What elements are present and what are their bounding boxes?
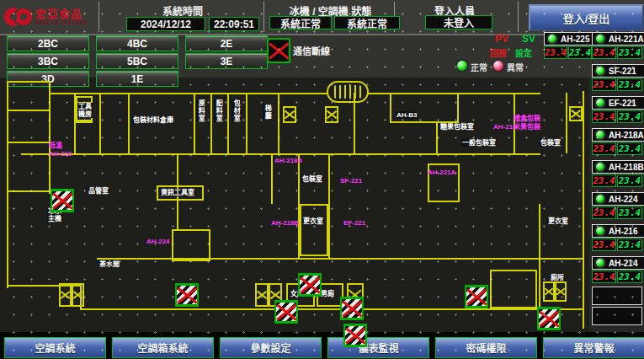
room-label: 糖果包裝室 xyxy=(439,123,475,131)
header-separator xyxy=(98,2,99,32)
wall xyxy=(7,190,51,192)
device-pv-value: 23.4 xyxy=(592,142,616,155)
device-cell-AH-224[interactable]: AH-224 xyxy=(592,192,644,206)
abnormal-led-icon xyxy=(492,59,505,72)
bottom-button-1[interactable]: 空調系統 xyxy=(4,337,106,358)
wall xyxy=(51,93,328,94)
zone-button-3e[interactable]: 3E xyxy=(185,53,268,69)
zone-button-1e[interactable]: 1E xyxy=(96,71,178,87)
ahu-equipment-comm-fail-icon[interactable] xyxy=(537,307,561,330)
device-cell-SF-221[interactable]: SF-221 xyxy=(592,64,644,78)
room-label: 工具機房 xyxy=(77,103,93,118)
zone-button-3bc[interactable]: 3BC xyxy=(7,53,89,69)
room-label: 配料室 xyxy=(214,99,223,122)
wall xyxy=(80,308,584,310)
ahu-label-AH-218A: AH-218A xyxy=(274,157,302,165)
shaft-icon xyxy=(325,106,338,123)
wall xyxy=(328,155,330,258)
device-cell-EF-221[interactable]: EF-221 xyxy=(592,96,644,110)
shaft-x-cell xyxy=(59,283,72,307)
shaft-x-cell xyxy=(255,283,269,307)
ahu-equipment-comm-fail-icon[interactable] xyxy=(298,273,322,297)
shaft-x-cell xyxy=(325,106,338,123)
room-label: 資訊工具室 xyxy=(160,189,195,196)
status-led-icon xyxy=(594,257,606,269)
bottom-button-3[interactable]: 參數設定 xyxy=(220,337,322,358)
device-cell-AH-214[interactable]: AH-214 xyxy=(592,256,644,270)
status-led-icon xyxy=(594,33,606,45)
device-cell-AH-216[interactable]: AH-216 xyxy=(592,224,644,238)
room-label: 品管室 xyxy=(88,187,109,195)
status-led-icon xyxy=(594,129,606,141)
zone-button-5bc[interactable]: 5BC xyxy=(96,53,178,69)
wall xyxy=(194,93,195,153)
device-name: AH-216 xyxy=(609,227,637,236)
device-name: AH-214 xyxy=(609,259,637,268)
room-label: 原料室 xyxy=(196,99,205,122)
login-logout-button[interactable]: 登入/登出 xyxy=(529,4,644,31)
bottom-button-2[interactable]: 空調箱系統 xyxy=(112,337,214,358)
ahu-label-AH-224: AH-224 xyxy=(146,238,170,246)
room-outline xyxy=(300,204,328,256)
system-date-value: 2024/12/12 xyxy=(126,17,205,31)
device-sv-value: 23.4 xyxy=(568,46,592,59)
bottom-button-5[interactable]: 密碼權限 xyxy=(435,337,537,358)
comm-fail-legend-icon xyxy=(267,38,290,63)
shaft-x-cell xyxy=(72,283,84,307)
chiller-status-value: 系統正常 xyxy=(269,16,332,29)
ahu-equipment-comm-fail-icon[interactable] xyxy=(465,285,488,308)
device-cell-AH-218B[interactable]: AH-218B xyxy=(592,160,644,174)
dock-icon xyxy=(327,81,369,103)
ahu-label-EF-221: EF-221 xyxy=(343,219,365,228)
wall xyxy=(271,155,273,204)
ahu-label-米果包裝: 禮盒包裝米果包裝 xyxy=(514,115,540,131)
room-label: AH-B3 xyxy=(396,111,418,119)
ahu-equipment-comm-fail-icon[interactable] xyxy=(175,283,199,307)
status-led-icon xyxy=(594,225,606,237)
normal-led-icon xyxy=(455,59,469,72)
room-outline xyxy=(490,270,537,308)
feedback-label: 回授 xyxy=(490,46,507,59)
shaft-x-cell xyxy=(555,281,567,302)
status-led-icon xyxy=(594,97,606,109)
device-sv-value: 23.4 xyxy=(617,142,642,155)
device-pv-value: 23.4 xyxy=(592,110,616,123)
header-separator xyxy=(263,2,264,32)
device-pv-value: 23.4 xyxy=(592,206,616,219)
room-label: 廁所 xyxy=(550,274,565,281)
wall xyxy=(21,153,540,155)
bottom-button-6[interactable]: 異常警報 xyxy=(543,337,644,358)
wall xyxy=(457,93,459,123)
status-led-icon xyxy=(594,65,606,77)
device-cell-AH-221A[interactable]: AH-221A xyxy=(592,32,644,46)
abnormal-legend-label: 異常 xyxy=(507,61,524,73)
ahu-equipment-comm-fail-icon[interactable] xyxy=(274,300,298,324)
ahu-label-AH-218B: AH-218B xyxy=(271,219,299,228)
ahu-equipment-comm-fail-icon[interactable] xyxy=(340,297,364,320)
device-name: AH-218A xyxy=(609,131,644,140)
wall xyxy=(566,93,567,153)
sv-header: SV xyxy=(522,33,535,45)
device-cell-AH-225[interactable]: AH-225 xyxy=(544,32,594,46)
wall xyxy=(7,142,49,143)
room-outline xyxy=(172,229,210,261)
zone-button-3d[interactable]: 3D xyxy=(7,71,89,87)
company-logo: 宏亞食品 HUNYA FOODS xyxy=(3,2,98,32)
zone-button-2bc[interactable]: 2BC xyxy=(7,35,89,51)
ahu-equipment-comm-fail-icon[interactable] xyxy=(51,189,74,212)
ahu-equipment-comm-fail-icon[interactable] xyxy=(343,324,367,347)
wall xyxy=(246,93,247,153)
room-label: 包裝材料倉庫 xyxy=(132,116,174,124)
device-pv-value: 23.4 xyxy=(544,46,567,59)
shaft-x-cell xyxy=(543,281,555,302)
room-label: 男廁 xyxy=(320,290,335,297)
wall xyxy=(7,81,8,288)
device-pv-value: 23.4 xyxy=(592,271,616,283)
wall xyxy=(49,81,51,194)
ahu-label-AH-216: 低溫AH-216 xyxy=(49,142,72,158)
device-sv-value: 23.4 xyxy=(617,238,642,251)
logo-subtext: HUNYA FOODS xyxy=(35,19,88,25)
zone-button-4bc[interactable]: 4BC xyxy=(96,35,178,51)
device-cell-AH-218A[interactable]: AH-218A xyxy=(592,128,644,142)
zone-button-2e[interactable]: 2E xyxy=(185,35,268,51)
